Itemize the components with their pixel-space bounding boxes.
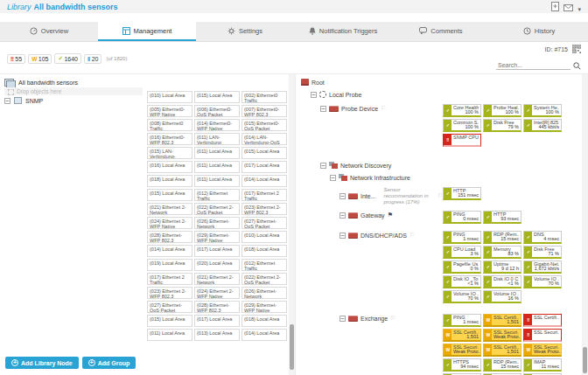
sensor-cell[interactable]: (011) Local Area	[194, 161, 240, 173]
tab-overview[interactable]: Overview	[0, 22, 98, 41]
sensor-badge[interactable]: W SSL Securi... Weak Proto...	[443, 344, 481, 357]
tree-node[interactable]: Network Discovery	[299, 161, 443, 170]
sensor-cell[interactable]: (022) Ethernet 2-QoS Packet	[242, 273, 287, 285]
sensor-badge[interactable]: ✓ PING 1 msec	[443, 314, 481, 327]
sensor-badge[interactable]: !! SSL Securi...	[523, 329, 562, 342]
sensor-cell[interactable]: (023) Ethernet 2-WFP 802.3	[147, 287, 192, 299]
sensor-cell[interactable]: (011) Local Area	[194, 175, 240, 187]
sensor-badge[interactable]: ✓ RDP (Rem... 15 msec	[483, 231, 522, 244]
sensor-badge[interactable]: ✓ PING 0 msec	[443, 211, 481, 224]
tree-node[interactable]: Inte... Sensor recommendation in progres…	[299, 187, 443, 205]
sensor-cell[interactable]: (014) Local Area	[242, 175, 287, 187]
sensor-cell[interactable]: (011) Local Area	[194, 147, 240, 159]
tab-management[interactable]: Management	[98, 22, 196, 41]
sensor-cell[interactable]: (014) Local Area	[147, 245, 192, 257]
sensor-badge[interactable]: ✓ System He... 100 %	[523, 104, 562, 117]
sensor-badge[interactable]: !! SNMP CPU...	[443, 134, 481, 147]
sensor-cell[interactable]: (017) Ethernet 2 Traffic	[242, 189, 287, 201]
sensor-cell[interactable]: (015) Local Area	[242, 147, 287, 159]
sensor-badge[interactable]: ✓ Memory 83 %	[483, 246, 522, 259]
sensor-cell[interactable]: (024) Ethernet 2-WFP Native	[194, 287, 240, 299]
sensor-cell[interactable]: (018) Local Area	[147, 175, 192, 187]
tree-node[interactable]: Probe Device ⚐	[299, 104, 443, 113]
tab-notification-triggers[interactable]: Notification Triggers	[294, 22, 392, 41]
sensor-cell[interactable]: (008) Ethernet0 Traffic	[147, 119, 192, 131]
sensor-cell[interactable]: (027) Ethernet-QoS Packet	[242, 217, 287, 229]
flag-icon[interactable]: ⚐	[410, 233, 415, 239]
sensor-badge[interactable]: ✓ Disk Free 71 %	[523, 246, 562, 259]
sensor-cell[interactable]: (010) Local Area	[147, 91, 192, 103]
tab-settings[interactable]: Settings	[196, 22, 294, 41]
sensor-badge[interactable]: ✓ Uptime 9 d 12 h	[483, 260, 522, 274]
sensor-cell[interactable]: (014) Local Area	[242, 329, 287, 341]
sensor-cell[interactable]: (013) Local Area	[194, 329, 240, 341]
sensor-badge[interactable]: W SSL Certifi... 1,501	[483, 344, 522, 357]
sensor-cell[interactable]: (029) Ethernet-WFP Native	[194, 231, 240, 243]
library-root-node[interactable]: All bandwidth sensors	[4, 78, 295, 87]
tree-node[interactable]: Root	[299, 78, 443, 87]
sensor-cell[interactable]: (017) Local Area	[194, 315, 240, 327]
sensor-cell[interactable]: (018) Local Area	[242, 245, 287, 257]
sensor-badge[interactable]: ✓ HTTPS 94 msec	[443, 358, 481, 372]
status-count[interactable]: !!55	[7, 54, 25, 64]
right-scrollbar-thumb[interactable]	[583, 347, 587, 373]
status-count[interactable]: ✓1640	[54, 53, 81, 64]
sensor-cell[interactable]: (017) Local Area	[194, 245, 240, 257]
sensor-cell[interactable]: (026) Ethernet-Network	[242, 287, 287, 299]
sensor-badge[interactable]: ✓ Core Health 100 %	[443, 104, 481, 117]
tree-node[interactable]: Exchange ⚐	[299, 314, 443, 323]
sensor-cell[interactable]: (023) Ethernet 2-WFP 802.3	[242, 203, 287, 215]
sensor-badge[interactable]: ✓ Volume IO ... 16 %	[483, 290, 522, 303]
collapse-icon[interactable]	[4, 98, 10, 104]
search-icon[interactable]	[573, 58, 581, 73]
sensor-cell[interactable]: (026) Ethernet-Network	[194, 217, 240, 229]
qr-code-icon[interactable]	[572, 45, 581, 54]
sensor-cell[interactable]: (012) Ethernet Traffic	[242, 259, 287, 271]
tab-comments[interactable]: Comments	[392, 22, 490, 41]
left-scrollbar-thumb[interactable]	[290, 324, 294, 370]
sensor-cell[interactable]: (016) Ethernet0-WFP 802.3	[147, 133, 192, 145]
sensor-cell[interactable]: (021) Ethernet 2-Network	[147, 203, 192, 215]
sensor-badge[interactable]: ✓ Gigabit-Net... 1,672 kbit/s	[523, 260, 562, 274]
sensor-cell[interactable]: (012) Ethernet Traffic	[194, 189, 240, 201]
sensor-cell[interactable]: (017) Ethernet 2 Traffic	[147, 273, 192, 285]
collapse-icon[interactable]	[340, 233, 346, 239]
sensor-badge[interactable]: ✓ Intel[R] 825... 445 kbit/s	[523, 119, 562, 132]
sensor-badge[interactable]: W SSL Securi... Weak Proto...	[483, 329, 522, 342]
sensor-badge[interactable]: ✓ HTTP 93 msec	[483, 211, 522, 224]
tree-node[interactable]: Network Infrastructure	[299, 173, 443, 182]
sensor-cell[interactable]: (028) Ethernet-WFP 802.3	[194, 301, 240, 313]
sensor-cell[interactable]: (002) Ethernet0 Traffic	[242, 91, 287, 103]
sensor-cell[interactable]: (024) Ethernet 2-WFP Native	[147, 217, 192, 229]
status-count[interactable]: II20	[84, 54, 102, 64]
collapse-icon[interactable]	[320, 163, 326, 169]
sensor-cell[interactable]: (018) Local Area	[242, 315, 287, 327]
tab-history[interactable]: History	[490, 22, 588, 41]
sensor-badge[interactable]: ✓ RDP (Rem... 15 msec	[483, 358, 522, 372]
right-scrollbar[interactable]	[582, 74, 588, 375]
sensor-cell[interactable]: (014) LAN-Verbindung-QoS	[242, 133, 287, 145]
sensor-badge[interactable]: ✓ Volume IO ... 70 %	[443, 290, 481, 303]
sensor-badge[interactable]: ✓ Pagefile Us... 0 %	[443, 260, 481, 274]
sensor-cell[interactable]: (007) Ethernet0-WFP 802.3	[242, 105, 287, 117]
sensor-cell[interactable]: (020) Local Area	[194, 259, 240, 271]
sensor-cell[interactable]: (016) Local Area	[147, 161, 192, 173]
new-report-icon[interactable]	[551, 0, 559, 15]
sensor-cell[interactable]: (011) LAN-Verbindung	[194, 133, 240, 145]
flag-icon[interactable]: ⚑	[388, 212, 393, 219]
search-input[interactable]	[496, 61, 570, 70]
sensor-cell[interactable]: (017) Local Area	[242, 161, 287, 173]
sensor-badge[interactable]: ✓ IMAP 11 msec	[523, 358, 562, 372]
sensor-badge[interactable]: ✓ Probe Heal... 100 %	[483, 104, 522, 117]
sensor-badge[interactable]: W SSL Securi... Weak Proto...	[523, 344, 562, 357]
sensor-badge[interactable]: ✓ Disk IO _To... <1 %	[443, 275, 481, 288]
sensor-cell[interactable]: (019) Local Area	[147, 259, 192, 271]
flag-icon[interactable]: ⚐	[381, 106, 386, 112]
tree-node[interactable]: DNS/DHCP/ADS ⚐	[299, 231, 443, 240]
add-group-button[interactable]: Add Group	[82, 357, 136, 369]
sensor-cell[interactable]: (011) Local Area	[147, 329, 192, 341]
sensor-badge[interactable]: ✓ Volume IO ... 70 %	[523, 275, 562, 288]
sensor-cell[interactable]: (006) Ethernet0-QoS Packet	[194, 105, 240, 117]
sensor-cell[interactable]: (015) Local Area	[147, 189, 192, 201]
sensor-cell[interactable]: (010) Local Area	[242, 231, 287, 243]
